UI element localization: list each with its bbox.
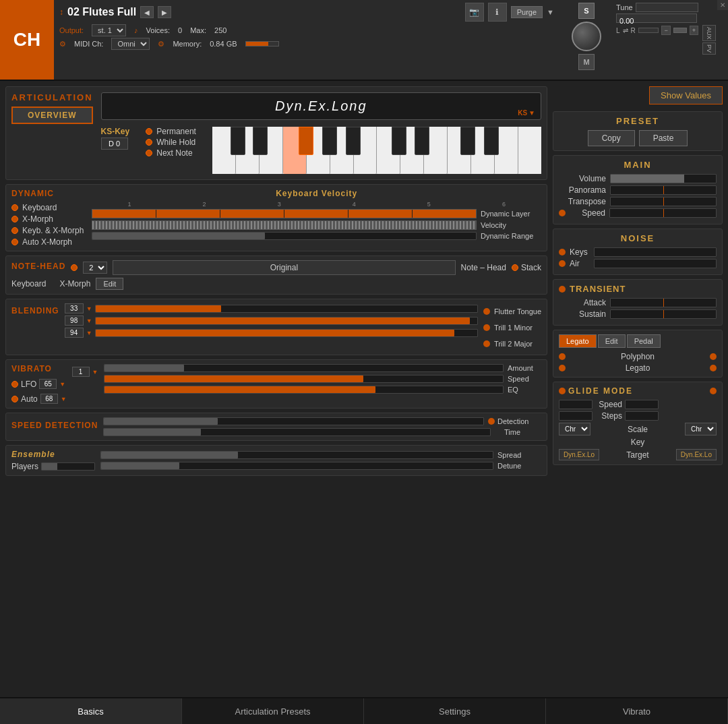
white-key-14[interactable] <box>518 127 541 174</box>
blend-row-3: 94 ▼ <box>65 328 478 338</box>
transpose-track <box>610 197 717 206</box>
memory-value: 0.84 GB <box>210 40 237 48</box>
camera-btn[interactable]: 📷 <box>465 3 484 22</box>
dynamic-layer-bar <box>92 209 477 218</box>
glide-steps-track-left <box>559 411 593 421</box>
purge-btn[interactable]: Purge <box>511 6 543 18</box>
pv-btn[interactable]: PV <box>702 42 716 55</box>
dynamic-auto-xmorph[interactable]: Auto X-Morph <box>11 237 84 247</box>
plus-btn[interactable]: + <box>690 26 698 35</box>
vel-num-6: 6 <box>466 201 541 208</box>
white-key-1[interactable] <box>212 127 236 174</box>
white-key-3[interactable] <box>260 127 283 174</box>
prev-instrument-btn[interactable]: ◀ <box>140 6 154 18</box>
legato-tab-pedal[interactable]: Pedal <box>627 334 661 348</box>
ch-logo: CH <box>0 0 54 80</box>
keys-row: Keys <box>559 247 717 257</box>
blend-track-1 <box>95 305 478 313</box>
tune-knob[interactable] <box>572 22 601 51</box>
blend-track-3 <box>95 329 478 337</box>
aux-btn[interactable]: AUX <box>702 25 716 42</box>
close-btn[interactable]: ✕ <box>717 0 728 10</box>
l-label: L <box>616 27 620 34</box>
panorama-row: Panorama <box>559 185 717 195</box>
max-value: 250 <box>214 26 226 34</box>
minus-btn[interactable]: − <box>661 26 670 35</box>
main-section: Main Volume Panorama Transpose Speed <box>553 155 723 224</box>
glide-speed-label: Speed <box>595 400 622 409</box>
ks-while-hold[interactable]: While Hold <box>146 138 196 147</box>
permanent-label: Permanent <box>156 127 196 136</box>
output-select[interactable]: st. 1 <box>92 24 126 36</box>
blend-arrow-2: ▼ <box>86 318 92 324</box>
white-key-8[interactable] <box>377 127 400 174</box>
legato-tab-legato[interactable]: Legato <box>559 334 597 348</box>
midi-icon: ⚙ <box>59 40 66 49</box>
note-head-edit-btn[interactable]: Edit <box>96 278 123 290</box>
s-button[interactable]: S <box>578 3 595 19</box>
next-instrument-btn[interactable]: ▶ <box>158 6 171 18</box>
glide-chr-right-select[interactable]: Chr <box>685 423 717 435</box>
max-label: Max: <box>190 26 206 34</box>
copy-btn[interactable]: Copy <box>588 130 635 146</box>
flutter-dot <box>483 308 490 315</box>
white-key-2[interactable] <box>236 127 260 174</box>
target-right-btn[interactable]: Dyn.Ex.Lo <box>676 449 717 460</box>
dynamic-xmorph[interactable]: X-Morph <box>11 214 84 224</box>
dynamic-keyb-xmorph[interactable]: Keyb. & X-Morph <box>11 226 84 235</box>
ks-permanent[interactable]: Permanent <box>146 127 196 136</box>
air-dot <box>559 260 566 267</box>
tab-basics[interactable]: Basics <box>0 698 182 724</box>
white-key-9[interactable] <box>400 127 424 174</box>
glide-title: Glide Mode <box>568 386 633 396</box>
show-values-btn[interactable]: Show Values <box>649 86 723 104</box>
players-label: Players <box>11 462 38 471</box>
white-key-12[interactable] <box>471 127 495 174</box>
noise-title: Noise <box>559 233 717 243</box>
attack-track <box>610 298 717 307</box>
tab-articulation-presets[interactable]: Articulation Presets <box>182 698 364 724</box>
overview-btn[interactable]: Overview <box>11 107 93 124</box>
white-key-11[interactable] <box>448 127 471 174</box>
polyphon-dot-right <box>710 353 717 360</box>
tab-settings[interactable]: Settings <box>364 698 546 724</box>
target-left-btn[interactable]: Dyn.Ex.Lo <box>559 449 599 460</box>
note-head-section: Note-Head 2 Original Note – Head Stack K… <box>5 255 547 295</box>
tab-vibrato[interactable]: Vibrato <box>546 698 728 724</box>
ks-next-note[interactable]: Next Note <box>146 148 196 158</box>
sustain-track <box>610 309 717 319</box>
articulation-section: Articulation Overview Dyn.Ex.Long KS ▼ <box>5 86 547 180</box>
white-key-5[interactable] <box>307 127 330 174</box>
keyb-xmorph-radio <box>11 227 18 234</box>
m-button[interactable]: M <box>578 54 595 70</box>
dynamic-title: Dynamic <box>11 189 84 198</box>
lfo-dot <box>11 381 18 388</box>
white-key-6[interactable] <box>330 127 354 174</box>
note-head-select[interactable]: 2 <box>83 262 107 274</box>
transpose-row: Transpose <box>559 197 717 206</box>
info-btn[interactable]: ℹ <box>488 3 507 22</box>
legato-tab-edit[interactable]: Edit <box>598 334 626 348</box>
voices-value: 0 <box>178 26 182 34</box>
polyphon-label: Polyphon <box>570 352 706 361</box>
white-key-13[interactable] <box>495 127 518 174</box>
speed-dot <box>559 210 566 216</box>
keys-label: Keys <box>570 247 590 257</box>
voices-label-text: Voices: <box>146 26 170 34</box>
tune-bar <box>636 3 698 12</box>
keys-dot <box>559 249 566 255</box>
glide-chr-left-select[interactable]: Chr <box>559 423 590 435</box>
dynamic-keyboard[interactable]: Keyboard <box>11 203 84 212</box>
white-key-10[interactable] <box>424 127 448 174</box>
white-key-7[interactable] <box>354 127 377 174</box>
vel-num-2: 2 <box>166 201 241 208</box>
midi-select[interactable]: Omni <box>111 38 150 50</box>
paste-btn[interactable]: Paste <box>639 130 688 146</box>
lr-icon: ⇌ <box>623 27 628 34</box>
white-key-4-active[interactable] <box>283 127 307 174</box>
transpose-label: Transpose <box>559 197 606 206</box>
permanent-radio <box>146 128 152 135</box>
ks-arrow: ▼ <box>528 109 535 117</box>
vel-num-5: 5 <box>392 201 466 208</box>
legato-section: Legato Edit Pedal Polyphon Legato <box>553 330 723 378</box>
